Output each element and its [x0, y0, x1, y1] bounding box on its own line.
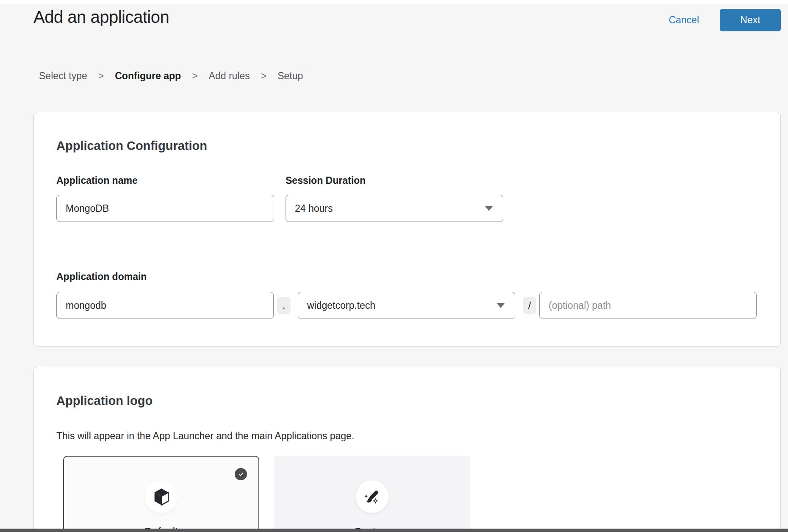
logo-option-custom[interactable]: Custom: [274, 456, 470, 532]
check-icon: [235, 468, 247, 480]
default-logo-circle: [145, 480, 178, 513]
top-bar: [0, 0, 788, 4]
page-title: Add an application: [33, 8, 169, 27]
custom-logo-circle: [356, 480, 388, 513]
logo-heading: Application logo: [56, 394, 757, 408]
slash-separator: /: [523, 297, 536, 314]
breadcrumb-separator: >: [192, 70, 197, 82]
bottom-bar: [0, 529, 788, 532]
breadcrumb-step-select-type: Select type: [39, 70, 87, 82]
application-domain-label: Application domain: [56, 271, 757, 283]
logo-options: Default Custom: [63, 456, 757, 532]
domain-select[interactable]: widgetcorp.tech: [298, 292, 515, 319]
breadcrumb-step-configure-app: Configure app: [115, 70, 181, 82]
session-duration-field: Session Duration 24 hours: [286, 175, 503, 222]
subdomain-input[interactable]: [56, 292, 274, 319]
logo-option-default[interactable]: Default: [63, 456, 259, 532]
application-name-label: Application name: [56, 175, 274, 186]
application-logo-card: Application logo This will appear in the…: [33, 367, 781, 532]
breadcrumb-separator: >: [261, 70, 266, 82]
session-duration-label: Session Duration: [286, 175, 503, 186]
breadcrumb: Select type > Configure app > Add rules …: [39, 70, 303, 82]
cancel-button[interactable]: Cancel: [669, 14, 699, 26]
application-domain-row: . widgetcorp.tech /: [56, 292, 757, 319]
breadcrumb-step-add-rules: Add rules: [209, 70, 250, 82]
session-duration-value: 24 hours: [295, 203, 333, 214]
paintbrush-icon: [363, 488, 381, 506]
next-button[interactable]: Next: [720, 9, 781, 31]
session-duration-select[interactable]: 24 hours: [286, 195, 503, 222]
domain-value: widgetcorp.tech: [307, 300, 375, 311]
cube-icon: [153, 488, 170, 506]
configuration-heading: Application Configuration: [56, 139, 757, 153]
breadcrumb-separator: >: [98, 70, 104, 82]
logo-description: This will appear in the App Launcher and…: [56, 430, 757, 442]
application-configuration-card: Application Configuration Application na…: [33, 112, 781, 346]
application-name-field: Application name: [56, 175, 274, 222]
dot-separator: .: [277, 297, 291, 314]
breadcrumb-step-setup: Setup: [277, 70, 303, 82]
chevron-down-icon: [497, 303, 505, 308]
chevron-down-icon: [485, 206, 493, 211]
path-input[interactable]: [539, 292, 757, 319]
application-name-input[interactable]: [56, 195, 274, 222]
header-actions: Cancel Next: [669, 9, 781, 31]
